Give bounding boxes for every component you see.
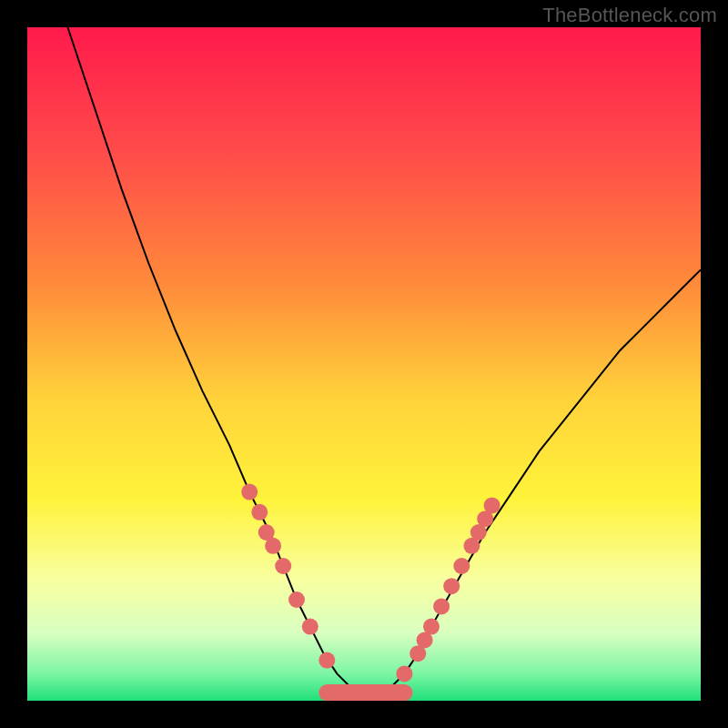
- chart-frame: TheBottleneck.com: [0, 0, 728, 728]
- curve-dot: [318, 652, 335, 669]
- curve-dot: [423, 619, 440, 635]
- curve-dot: [484, 497, 500, 513]
- curve-dot: [275, 558, 291, 574]
- watermark-text: TheBottleneck.com: [542, 4, 717, 27]
- plot-area: [27, 27, 701, 701]
- curve-dot: [302, 619, 318, 635]
- curve-dot: [443, 578, 460, 594]
- chart-svg: [27, 27, 701, 701]
- curve-dot: [453, 558, 470, 574]
- curve-dot: [241, 484, 258, 500]
- curve-dot: [265, 538, 281, 554]
- gradient-background: [27, 27, 701, 701]
- curve-dot: [288, 592, 305, 608]
- curve-dot: [251, 504, 268, 521]
- curve-dot: [433, 598, 450, 614]
- curve-dot: [396, 665, 412, 682]
